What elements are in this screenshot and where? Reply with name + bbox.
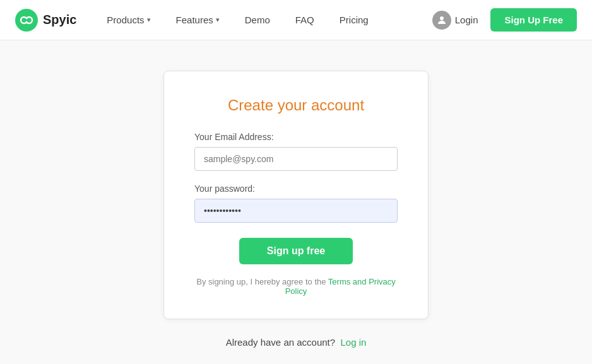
email-label: Your Email Address: [194, 132, 398, 142]
nav-demo[interactable]: Demo [235, 9, 280, 30]
submit-wrapper: Sign up free [194, 238, 398, 264]
signup-nav-button[interactable]: Sign Up Free [490, 8, 577, 32]
disclaimer-text: By signing up, I hereby agree to the Ter… [194, 277, 398, 296]
email-input[interactable] [194, 147, 398, 171]
logo-icon [15, 9, 38, 32]
password-field-group: Your password: [194, 184, 398, 223]
nav-features[interactable]: Features ▾ [166, 9, 230, 30]
main-content: Create your account Your Email Address: … [0, 40, 592, 364]
signup-card: Create your account Your Email Address: … [163, 71, 429, 319]
nav-links: Products ▾ Features ▾ Demo FAQ Pricing [97, 9, 424, 30]
nav-faq[interactable]: FAQ [285, 9, 324, 30]
login-button[interactable]: Login [425, 6, 486, 35]
password-input[interactable] [194, 199, 398, 223]
user-icon [432, 11, 451, 30]
signup-submit-button[interactable]: Sign up free [239, 238, 353, 264]
email-field-group: Your Email Address: [194, 132, 398, 171]
password-label: Your password: [194, 184, 398, 194]
login-prompt: Already have an account? Log in [226, 337, 367, 348]
login-link[interactable]: Log in [340, 337, 366, 348]
chevron-down-icon: ▾ [147, 16, 151, 24]
chevron-down-icon: ▾ [216, 16, 220, 24]
brand-name: Spyic [43, 13, 76, 27]
nav-products[interactable]: Products ▾ [97, 9, 160, 30]
card-title: Create your account [194, 97, 398, 114]
nav-actions: Login Sign Up Free [425, 6, 577, 35]
logo[interactable]: Spyic [15, 9, 76, 32]
svg-point-1 [440, 16, 444, 20]
nav-pricing[interactable]: Pricing [329, 9, 379, 30]
svg-point-0 [15, 9, 38, 32]
navbar: Spyic Products ▾ Features ▾ Demo FAQ Pri… [0, 0, 592, 40]
